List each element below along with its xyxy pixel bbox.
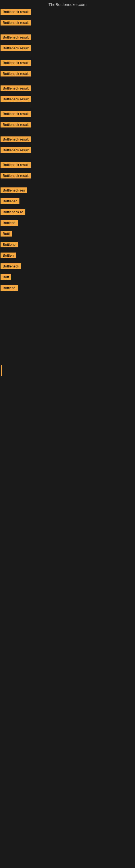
bottleneck-label: Bottleneck result xyxy=(1,34,31,40)
list-item: Bottleneck result xyxy=(0,8,135,19)
bottom-bar xyxy=(1,365,2,376)
bottom-section xyxy=(0,311,135,485)
list-item: Bottleneck result xyxy=(0,121,135,131)
bottleneck-label: Bottleneck result xyxy=(1,136,31,142)
bottleneck-label: Bottleneck res xyxy=(1,187,27,193)
list-item: Bottlene xyxy=(0,241,135,251)
bottleneck-label: Bottleneck xyxy=(1,264,21,269)
bottleneck-label: Bott xyxy=(1,274,11,280)
bottleneck-label: Bottlene xyxy=(1,285,18,291)
bottleneck-label: Bottlene xyxy=(1,220,18,226)
bottleneck-label: Bottleneck result xyxy=(1,60,31,66)
list-item: Bottleneck result xyxy=(0,84,135,95)
list-item: Bottlenec xyxy=(0,197,135,208)
bottleneck-label: Bottlen xyxy=(1,252,16,258)
site-header: TheBottlenecker.com xyxy=(0,0,135,8)
bottleneck-label: Bottleneck result xyxy=(1,147,31,153)
list-item: Bottleneck xyxy=(0,262,135,273)
list-item: Bottleneck result xyxy=(0,59,135,70)
list-item: Bottleneck result xyxy=(0,19,135,30)
list-item: Bottlen xyxy=(0,251,135,262)
bottleneck-label: Bottleneck result xyxy=(1,9,31,14)
list-item: Bottl xyxy=(0,230,135,241)
bottleneck-label: Bottleneck result xyxy=(1,96,31,102)
bottleneck-label: Bottleneck re xyxy=(1,209,26,215)
bottleneck-label: Bottleneck result xyxy=(1,86,31,91)
list-item: Bottleneck result xyxy=(0,110,135,121)
bottleneck-label: Bottleneck result xyxy=(1,45,31,51)
list-item: Bott xyxy=(0,273,135,284)
list-item: Bottleneck result xyxy=(0,33,135,44)
list-item: Bottleneck re xyxy=(0,208,135,219)
list-item: Bottleneck res xyxy=(0,186,135,197)
list-item: Bottleneck result xyxy=(0,44,135,55)
bottleneck-label: Bottlenec xyxy=(1,198,19,204)
bottleneck-label: Bottleneck result xyxy=(1,111,31,117)
bottleneck-label: Bottleneck result xyxy=(1,20,31,26)
list-item: Bottlene xyxy=(0,219,135,230)
bottleneck-list: Bottleneck resultBottleneck resultBottle… xyxy=(0,8,135,295)
list-item: Bottleneck result xyxy=(0,146,135,157)
bottleneck-label: Bottleneck result xyxy=(1,173,31,179)
site-title: TheBottlenecker.com xyxy=(49,2,87,7)
bottleneck-label: Bottleneck result xyxy=(1,71,31,76)
list-item: Bottleneck result xyxy=(0,95,135,106)
list-item: Bottleneck result xyxy=(0,135,135,146)
bottleneck-label: Bottl xyxy=(1,231,12,237)
bottleneck-label: Bottleneck result xyxy=(1,122,31,127)
list-item: Bottleneck result xyxy=(0,70,135,81)
bottleneck-label: Bottleneck result xyxy=(1,162,31,167)
list-item: Bottleneck result xyxy=(0,172,135,183)
bottleneck-label: Bottlene xyxy=(1,242,18,247)
list-item: Bottleneck result xyxy=(0,161,135,172)
list-item: Bottlene xyxy=(0,284,135,295)
